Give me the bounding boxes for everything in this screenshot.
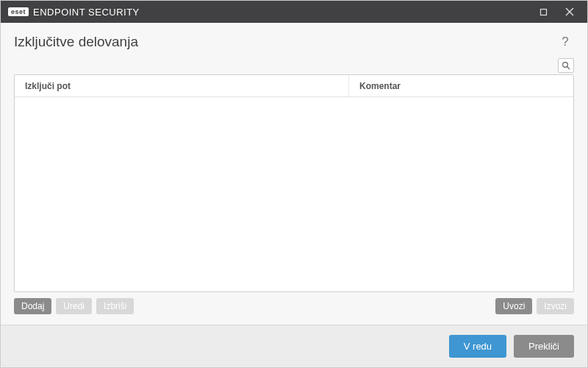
delete-button: Izbriši — [96, 298, 134, 314]
column-header-comment[interactable]: Komentar — [349, 75, 573, 96]
column-header-path[interactable]: Izključi pot — [15, 75, 349, 96]
titlebar: eset ENDPOINT SECURITY — [1, 1, 587, 23]
brand-badge: eset — [8, 7, 29, 16]
minimize-window-button[interactable] — [530, 1, 556, 23]
cancel-button[interactable]: Prekliči — [514, 335, 574, 358]
help-icon: ? — [562, 35, 568, 49]
table-header: Izključi pot Komentar — [15, 75, 573, 97]
table-body — [15, 97, 573, 291]
close-window-button[interactable] — [556, 1, 583, 23]
heading-row: Izključitve delovanja ? — [14, 33, 574, 51]
square-icon — [539, 8, 548, 16]
footer: V redu Prekliči — [1, 325, 587, 367]
search-row — [14, 58, 574, 73]
svg-point-3 — [563, 63, 568, 68]
search-icon — [562, 61, 570, 70]
add-button[interactable]: Dodaj — [14, 298, 51, 314]
edit-button: Uredi — [56, 298, 92, 314]
table-actions: Dodaj Uredi Izbriši Uvozi Izvozi — [14, 292, 574, 325]
import-button[interactable]: Uvozi — [495, 298, 532, 314]
search-button[interactable] — [558, 58, 574, 73]
page-title: Izključitve delovanja — [14, 34, 556, 50]
window: eset ENDPOINT SECURITY Izključitve delov… — [0, 0, 588, 368]
help-button[interactable]: ? — [556, 33, 574, 51]
close-icon — [565, 7, 574, 16]
svg-rect-0 — [540, 9, 546, 15]
exclusions-table: Izključi pot Komentar — [14, 74, 574, 292]
brand-text: ENDPOINT SECURITY — [33, 7, 140, 18]
export-button: Izvozi — [537, 298, 574, 314]
brand: eset ENDPOINT SECURITY — [8, 7, 140, 18]
content-area: Izključitve delovanja ? Izključi pot Kom… — [1, 23, 587, 325]
svg-line-4 — [567, 67, 570, 69]
ok-button[interactable]: V redu — [449, 335, 506, 358]
